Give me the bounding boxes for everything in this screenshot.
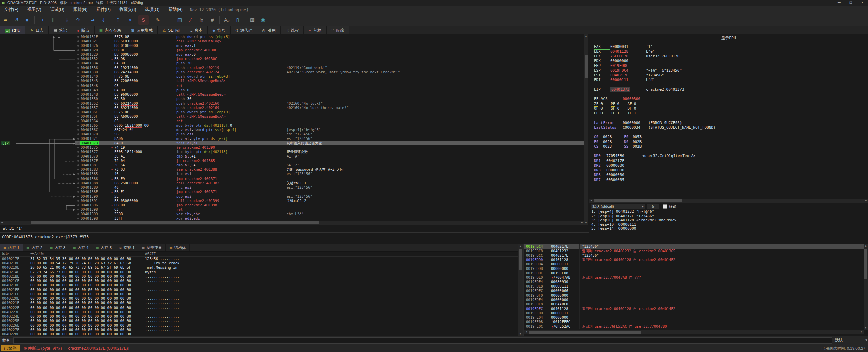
minimize-button[interactable]: ─ — [833, 0, 845, 6]
breakpoint-dot[interactable] — [75, 79, 81, 83]
dump-row[interactable]: 0040227E00 00 00 00 00 00 00 00 00 00 00… — [0, 328, 523, 332]
dump-row[interactable]: 0040223E00 00 00 00 00 00 00 00 00 00 00… — [0, 310, 523, 314]
disasm-row[interactable]: 0040137384C0test al,al判断输入的值是否为空 — [75, 141, 584, 145]
breakpoint-dot[interactable] — [75, 43, 81, 48]
unlock-checkbox[interactable] — [663, 204, 667, 209]
register-value[interactable]: 00401128 — [610, 49, 646, 54]
disasm-row[interactable]: 0040135768 69214000push crackme2.4021694… — [75, 106, 584, 110]
dump-row[interactable]: 0040218E00 00 00 00 54 72 79 20 74 6F 20… — [0, 261, 523, 265]
disasm-row[interactable]: 00401375▾74 19je crackme2.401390 — [75, 145, 584, 150]
breakpoint-dot[interactable] — [75, 123, 81, 128]
disasm-row[interactable]: 0040135FE8 A6000000call <JMP.&MessageBox… — [75, 114, 584, 119]
tab-跟踪[interactable]: ∵跟踪 — [327, 26, 349, 34]
run-button[interactable]: ➞ — [37, 15, 47, 25]
dump-tab-内存 1[interactable]: ▦内存 1 — [0, 244, 23, 251]
breakpoint-dot[interactable] — [75, 172, 81, 176]
patch-button[interactable]: ✎ — [153, 15, 163, 25]
menu-item[interactable]: 收藏夹(I) — [115, 7, 140, 12]
disasm-row[interactable]: 00401377FE05 18214000inc byte ptr ds:[40… — [75, 150, 584, 154]
disasm-row[interactable]: 00401398C3ret — [75, 207, 584, 212]
stack-row[interactable]: 0019FDEC00000066 — [524, 289, 868, 293]
breakpoint-dot[interactable] — [75, 132, 81, 136]
stack-row[interactable]: 0019FDE0┌770047AB返回到 user32.770047AB 自 ?… — [524, 275, 868, 280]
close-patch-button[interactable]: ∕ — [185, 15, 196, 25]
dump-tab-内存 3[interactable]: ▦内存 3 — [46, 244, 69, 251]
menu-item[interactable]: 帮助(H) — [164, 7, 187, 12]
disasm-row[interactable]: 00401343E8 C2000000call <JMP.&MessageBox… — [75, 79, 584, 83]
tab-内存布局[interactable]: ▦内存布局 — [95, 26, 126, 34]
breakpoint-dot[interactable] — [75, 163, 81, 167]
disasm-row[interactable]: 00401332▴EB D8jmp crackme2.40130C — [75, 57, 584, 61]
breakpoint-dot[interactable] — [75, 66, 81, 70]
tab-线程[interactable]: ⇉线程 — [281, 26, 304, 34]
stack-row[interactable]: 0019FDD000401128返回到 crackme2.00401128 自 … — [524, 258, 868, 262]
dump-tab-内存 4[interactable]: ▦内存 4 — [69, 244, 92, 251]
breakpoint-dot[interactable] — [75, 190, 81, 194]
argument-row[interactable]: 3: [esp+C] 00401128 <crackme2.WndProc> — [591, 218, 868, 223]
menu-item[interactable]: 视图(V) — [23, 7, 46, 12]
stop-button[interactable]: ■ — [22, 15, 32, 25]
browser-button[interactable]: ◉ — [258, 15, 268, 25]
tab-日志[interactable]: ✎日志 — [25, 26, 48, 34]
stack-row[interactable]: 0019FDF8DCBAABCD — [524, 302, 868, 307]
breakpoint-dot[interactable] — [75, 119, 81, 123]
stack-row[interactable]: 0019FDF000000000 — [524, 293, 868, 298]
disasm-row[interactable]: 00401321E8 5C010000call <JMP.&EndDialog> — [75, 39, 584, 43]
disasm-row[interactable]: 0040137056push esiesi:"123456" — [75, 132, 584, 136]
breakpoint-dot[interactable] — [75, 145, 81, 150]
maximize-button[interactable]: □ — [845, 0, 856, 6]
dump-tab-内存 2[interactable]: ▦内存 2 — [23, 244, 46, 251]
dump-row[interactable]: 004021EE00 00 00 00 00 00 00 00 00 00 00… — [0, 288, 523, 292]
menu-item[interactable]: 跟踪(N) — [69, 7, 92, 12]
breakpoint-dot[interactable] — [75, 48, 81, 52]
memory-map-button[interactable]: ▨ — [175, 15, 185, 25]
stack-row[interactable]: 0019FDD800000000 — [524, 266, 868, 271]
breakpoint-dot[interactable] — [75, 84, 81, 88]
breakpoint-dot[interactable] — [75, 199, 81, 203]
register-value[interactable]: 0019FDC4 — [610, 68, 646, 73]
argument-count-spinner[interactable]: 5 — [647, 204, 659, 209]
fx-button[interactable]: fx — [196, 15, 206, 25]
breakpoint-dot[interactable] — [75, 110, 81, 114]
disasm-row[interactable]: 0040135CFF75 08push dword ptr ss:[ebp+8] — [75, 110, 584, 114]
disasm-row[interactable]: 00401391E8 03000000call crackme2.401399关… — [75, 199, 584, 203]
dump-tab-监视 1[interactable]: ◎监视 1 — [115, 244, 138, 251]
show-fpu-button[interactable]: 显示FPU — [589, 36, 868, 41]
disassembly-view[interactable]: EIP 0040131EFF75 08push dword ptr ss:[eb… — [0, 35, 584, 221]
dump-row[interactable]: 004021DE00 00 00 00 00 00 00 00 00 00 00… — [0, 283, 523, 288]
disasm-row[interactable]: 0040131EFF75 08push dword ptr ss:[ebp+8] — [75, 35, 584, 39]
stack-row[interactable]: 0019FE0400000000 — [524, 315, 868, 320]
breakpoint-dot[interactable] — [75, 74, 81, 79]
register-value[interactable]: 0040217E — [610, 73, 646, 78]
calling-convention-dropdown[interactable]: 默认 (stdcall) — [591, 204, 645, 209]
menu-item[interactable]: 选项(O) — [140, 7, 164, 12]
tab-符号[interactable]: ◆符号 — [208, 26, 230, 34]
step-into-button[interactable]: ⇣ — [62, 15, 72, 25]
tab-断点[interactable]: ●断点 — [72, 26, 95, 34]
dump-row[interactable]: 0040226E00 00 00 00 00 00 00 00 00 00 00… — [0, 323, 523, 328]
breakpoint-dot[interactable] — [75, 181, 81, 185]
menu-item[interactable]: 文件(F) — [0, 7, 23, 12]
breakpoint-dot[interactable] — [75, 216, 81, 221]
dump-row[interactable]: 0040224E00 00 00 00 00 00 00 00 00 00 00… — [0, 314, 523, 319]
hash-button[interactable]: # — [207, 15, 217, 25]
restart-button[interactable]: ↺ — [11, 15, 21, 25]
disasm-row[interactable]: 0040138D46inc esiesi:"123456" — [75, 185, 584, 190]
stack-row[interactable]: 0019FDFC00401128返回到 crackme2.00401128 自 … — [524, 307, 868, 311]
breakpoint-dot[interactable] — [75, 194, 81, 199]
disasm-row[interactable]: 0040139B33FFxor edi,edi — [75, 216, 584, 221]
breakpoint-dot[interactable] — [75, 159, 81, 163]
disasm-row[interactable]: 00401326B8 01000000mov eax,1 — [75, 43, 584, 48]
breakpoint-dot[interactable] — [75, 185, 81, 190]
dump-tab-局部变量[interactable]: ▤局部变量 — [138, 244, 166, 251]
stack-row[interactable]: 0019FE0C┌76FE52AC返回到 user32.76FE52AC 自 u… — [524, 324, 868, 329]
menu-item[interactable]: 调试(D) — [46, 7, 69, 12]
breakpoint-dot[interactable] — [75, 70, 81, 74]
open-file-button[interactable]: ▰ — [0, 15, 11, 25]
dump-row[interactable]: 0040217E31 32 33 34 35 36 00 00 00 00 00… — [0, 257, 523, 261]
breakpoint-dot[interactable] — [75, 61, 81, 66]
argument-row[interactable]: 1: [esp+4] 00401232 "h~!@"6" — [591, 210, 868, 214]
tab-笔记[interactable]: ▤笔记 — [49, 26, 72, 34]
dump-row[interactable]: 0040225E00 00 00 00 00 00 00 00 00 00 00… — [0, 319, 523, 323]
tab-脚本[interactable]: ≡脚本 — [185, 26, 208, 34]
